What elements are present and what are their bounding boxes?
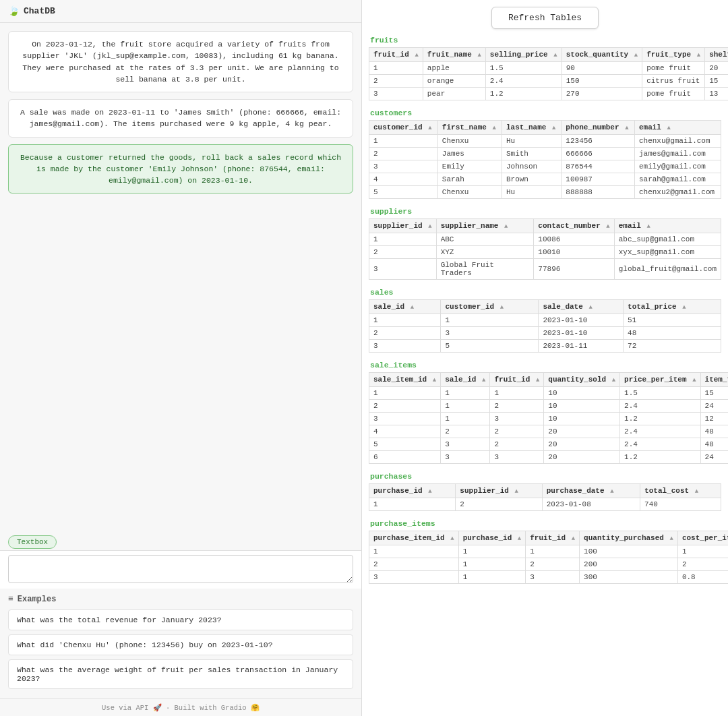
- sales-col-customer_id[interactable]: customer_id ▲: [441, 300, 539, 314]
- sale-items-col-item_tot[interactable]: item_tot: [700, 373, 728, 387]
- table-cell: 2: [369, 327, 441, 340]
- example-bubble-3: Because a customer returned the goods, r…: [8, 144, 353, 194]
- table-cell: Johnson: [502, 160, 561, 173]
- table-row: 2122002: [369, 558, 729, 571]
- customers-col-first_name[interactable]: first_name ▲: [437, 121, 502, 135]
- table-cell: 5: [369, 186, 438, 199]
- purchase-items-col-quantity_purchased[interactable]: quantity_purchased ▲: [580, 531, 678, 545]
- examples-icon: ≡: [8, 594, 13, 604]
- suppliers-col-email[interactable]: email ▲: [614, 219, 721, 233]
- textbox-label-wrapper: Textbox: [0, 531, 361, 550]
- purchase-items-col-fruit_id[interactable]: fruit_id ▲: [526, 531, 580, 545]
- table-cell: sarah@gmail.com: [634, 173, 721, 186]
- purchase-items-col-purchase_id[interactable]: purchase_id ▲: [458, 531, 526, 545]
- purchase-items-col-cost_per_item[interactable]: cost_per_item: [677, 531, 728, 545]
- sale-items-col-fruit_id[interactable]: fruit_id ▲: [490, 373, 544, 387]
- table-cell: 2023-01-10: [539, 327, 624, 340]
- table-row: 2JamesSmith666666james@gmail.com: [369, 148, 721, 160]
- suppliers-col-supplier_id[interactable]: supplier_id ▲: [369, 219, 437, 233]
- table-cell: 2: [490, 400, 544, 413]
- purchases-col-purchase_id[interactable]: purchase_id ▲: [369, 484, 456, 498]
- purchases-table: purchase_id ▲ supplier_id ▲ purchase_dat…: [369, 483, 721, 511]
- table-cell: 1: [369, 498, 456, 511]
- sale-items-col-sale_item_id[interactable]: sale_item_id ▲: [369, 373, 441, 387]
- customers-col-email[interactable]: email ▲: [634, 121, 721, 135]
- table-cell: Hu: [502, 186, 561, 199]
- table-row: 1111001: [369, 545, 729, 558]
- purchases-section: purchases purchase_id ▲ supplier_id ▲ pu…: [369, 472, 721, 511]
- fruits-col-fruit_type[interactable]: fruit_type ▲: [642, 48, 705, 62]
- table-cell: 100: [580, 545, 678, 558]
- example-item-1[interactable]: What was the total revenue for January 2…: [8, 609, 353, 630]
- table-cell: 10: [544, 413, 620, 425]
- sales-label: sales: [369, 288, 721, 297]
- sale-items-col-price_per_item[interactable]: price_per_item ▲: [620, 373, 700, 387]
- sale-items-col-sale_id[interactable]: sale_id ▲: [441, 373, 490, 387]
- table-cell: James: [437, 148, 502, 160]
- table-cell: 666666: [562, 148, 635, 160]
- table-row: 3Global Fruit Traders77896global_fruit@g…: [369, 259, 721, 280]
- table-cell: 2.4: [620, 438, 700, 451]
- table-cell: 3: [526, 571, 580, 584]
- table-cell: 2023-01-08: [542, 498, 640, 511]
- customers-col-customer_id[interactable]: customer_id ▲: [369, 121, 438, 135]
- table-cell: james@gmail.com: [634, 148, 721, 160]
- table-cell: 3: [369, 259, 437, 280]
- purchases-col-total_cost[interactable]: total_cost ▲: [640, 484, 721, 498]
- table-cell: 1: [458, 558, 526, 571]
- table-cell: 1.2: [485, 88, 562, 100]
- fruits-col-fruit_name[interactable]: fruit_name ▲: [423, 48, 485, 62]
- table-row: 3133000.8: [369, 571, 729, 584]
- sales-col-sale_date[interactable]: sale_date ▲: [539, 300, 624, 314]
- customers-col-phone_number[interactable]: phone_number ▲: [562, 121, 635, 135]
- table-cell: pear: [423, 88, 485, 100]
- table-cell: 5: [369, 438, 441, 451]
- table-cell: ABC: [436, 233, 534, 246]
- table-row: 352023-01-1172: [369, 340, 721, 353]
- table-cell: 3: [369, 160, 438, 173]
- sales-col-total_price[interactable]: total_price ▲: [624, 300, 721, 314]
- table-cell: 6: [369, 451, 441, 464]
- table-cell: apple: [423, 62, 485, 75]
- table-row: 1ABC10086abc_sup@gmail.com: [369, 233, 721, 246]
- table-row: 111101.515: [369, 387, 729, 400]
- table-cell: 1.2: [620, 413, 700, 425]
- table-cell: 20: [544, 451, 620, 464]
- table-cell: 2: [490, 425, 544, 438]
- table-cell: 123456: [562, 135, 635, 148]
- fruits-col-fruit_id[interactable]: fruit_id ▲: [369, 48, 423, 62]
- fruits-col-selling_price[interactable]: selling_price ▲: [485, 48, 562, 62]
- examples-header: ≡ Examples: [8, 594, 353, 604]
- sale-items-col-quantity_sold[interactable]: quantity_sold ▲: [544, 373, 620, 387]
- table-cell: 15: [700, 387, 728, 400]
- table-cell: Hu: [502, 135, 561, 148]
- fruits-col-stock_quantity[interactable]: stock_quantity ▲: [562, 48, 642, 62]
- chat-input[interactable]: [8, 555, 353, 583]
- customers-label: customers: [369, 109, 721, 117]
- sales-table: sale_id ▲ customer_id ▲ sale_date ▲ tota…: [369, 299, 721, 353]
- customers-table: customer_id ▲ first_name ▲ last_name ▲ p…: [369, 120, 721, 199]
- table-cell: 1: [369, 62, 423, 75]
- example-item-3[interactable]: What was the average weight of fruit per…: [8, 659, 353, 689]
- examples-title: Examples: [18, 595, 57, 604]
- table-cell: 1: [441, 314, 539, 327]
- table-cell: 1: [369, 135, 438, 148]
- chat-title: ChatDB: [24, 6, 55, 16]
- purchases-col-supplier_id[interactable]: supplier_id ▲: [456, 484, 542, 498]
- example-item-2[interactable]: What did 'Chenxu Hu' (phone: 123456) buy…: [8, 634, 353, 655]
- table-cell: Chenxu: [437, 135, 502, 148]
- purchases-col-purchase_date[interactable]: purchase_date ▲: [542, 484, 640, 498]
- table-row: 2XYZ10010xyx_sup@gmail.com: [369, 246, 721, 259]
- table-cell: 876544: [562, 160, 635, 173]
- table-cell: 3: [490, 451, 544, 464]
- table-row: 232023-01-1048: [369, 327, 721, 340]
- fruits-col-shelf_l[interactable]: shelf_l: [705, 48, 728, 62]
- table-cell: Smith: [502, 148, 561, 160]
- refresh-button[interactable]: Refresh Tables: [491, 7, 599, 29]
- customers-col-last_name[interactable]: last_name ▲: [502, 121, 561, 135]
- purchase-items-col-purchase_item_id[interactable]: purchase_item_id ▲: [369, 531, 459, 545]
- sales-col-sale_id[interactable]: sale_id ▲: [369, 300, 441, 314]
- suppliers-col-contact_number[interactable]: contact_number ▲: [534, 219, 614, 233]
- suppliers-col-supplier_name[interactable]: supplier_name ▲: [436, 219, 534, 233]
- suppliers-table: supplier_id ▲ supplier_name ▲ contact_nu…: [369, 218, 721, 280]
